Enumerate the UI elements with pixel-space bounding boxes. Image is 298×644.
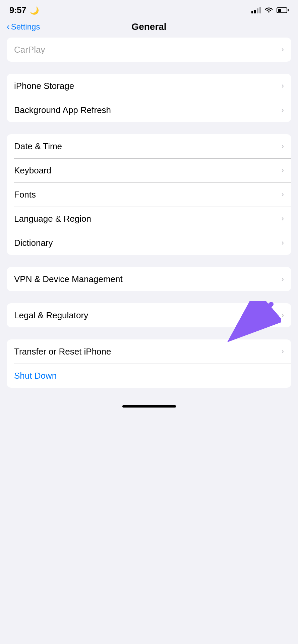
date-time-row[interactable]: Date & Time › — [7, 134, 291, 158]
keyboard-chevron-icon: › — [282, 166, 284, 175]
wifi-icon — [264, 6, 273, 14]
nav-bar: ‹ Settings General — [0, 18, 298, 38]
fonts-label: Fonts — [14, 190, 36, 200]
date-time-chevron-icon: › — [282, 142, 284, 151]
shut-down-label: Shut Down — [14, 371, 57, 381]
dictionary-chevron-icon: › — [282, 238, 284, 247]
keyboard-row[interactable]: Keyboard › — [7, 158, 291, 182]
legal-regulatory-label: Legal & Regulatory — [14, 310, 88, 321]
carplay-row[interactable]: CarPlay › — [7, 38, 291, 62]
carplay-label: CarPlay — [14, 45, 45, 55]
home-indicator — [0, 400, 298, 414]
status-icons — [251, 6, 289, 14]
settings-content: CarPlay › iPhone Storage › Background Ap… — [0, 38, 298, 388]
status-bar: 9:57 🌙 — [0, 0, 298, 18]
carplay-row-right: › — [282, 45, 284, 54]
carplay-chevron-icon: › — [282, 45, 284, 54]
back-button[interactable]: ‹ Settings — [7, 22, 40, 32]
background-app-refresh-row[interactable]: Background App Refresh › — [7, 98, 291, 122]
moon-icon: 🌙 — [30, 6, 39, 15]
battery-icon — [277, 7, 289, 13]
iphone-storage-row[interactable]: iPhone Storage › — [7, 74, 291, 98]
locale-group: Date & Time › Keyboard › Fonts › Languag… — [7, 134, 291, 255]
vpn-group: VPN & Device Management › — [7, 267, 291, 291]
back-label: Settings — [11, 22, 40, 32]
keyboard-label: Keyboard — [14, 165, 51, 176]
shut-down-row[interactable]: Shut Down — [7, 364, 291, 388]
background-app-refresh-chevron-icon: › — [282, 106, 284, 114]
time-display: 9:57 — [9, 5, 26, 15]
dictionary-row[interactable]: Dictionary › — [7, 231, 291, 255]
transfer-reset-chevron-icon: › — [282, 347, 284, 356]
language-region-row[interactable]: Language & Region › — [7, 207, 291, 231]
language-region-label: Language & Region — [14, 214, 91, 224]
reset-group: Transfer or Reset iPhone › Shut Down — [7, 339, 291, 388]
svg-line-1 — [234, 304, 271, 336]
carplay-group: CarPlay › — [7, 38, 291, 62]
back-chevron-icon: ‹ — [7, 22, 10, 31]
iphone-storage-label: iPhone Storage — [14, 81, 74, 91]
dictionary-label: Dictionary — [14, 238, 53, 248]
page-title: General — [131, 21, 166, 32]
home-bar — [122, 405, 176, 408]
language-region-chevron-icon: › — [282, 214, 284, 223]
vpn-device-chevron-icon: › — [282, 275, 284, 283]
fonts-row[interactable]: Fonts › — [7, 182, 291, 207]
date-time-label: Date & Time — [14, 141, 62, 152]
iphone-storage-chevron-icon: › — [282, 82, 284, 90]
transfer-reset-label: Transfer or Reset iPhone — [14, 346, 111, 357]
status-time: 9:57 🌙 — [9, 5, 39, 15]
purple-arrow-icon — [214, 301, 281, 344]
vpn-device-row[interactable]: VPN & Device Management › — [7, 267, 291, 291]
legal-regulatory-chevron-icon: › — [282, 311, 284, 320]
background-app-refresh-label: Background App Refresh — [14, 105, 111, 115]
storage-group: iPhone Storage › Background App Refresh … — [7, 74, 291, 122]
fonts-chevron-icon: › — [282, 190, 284, 199]
vpn-device-label: VPN & Device Management — [14, 274, 123, 284]
signal-icon — [251, 7, 261, 13]
